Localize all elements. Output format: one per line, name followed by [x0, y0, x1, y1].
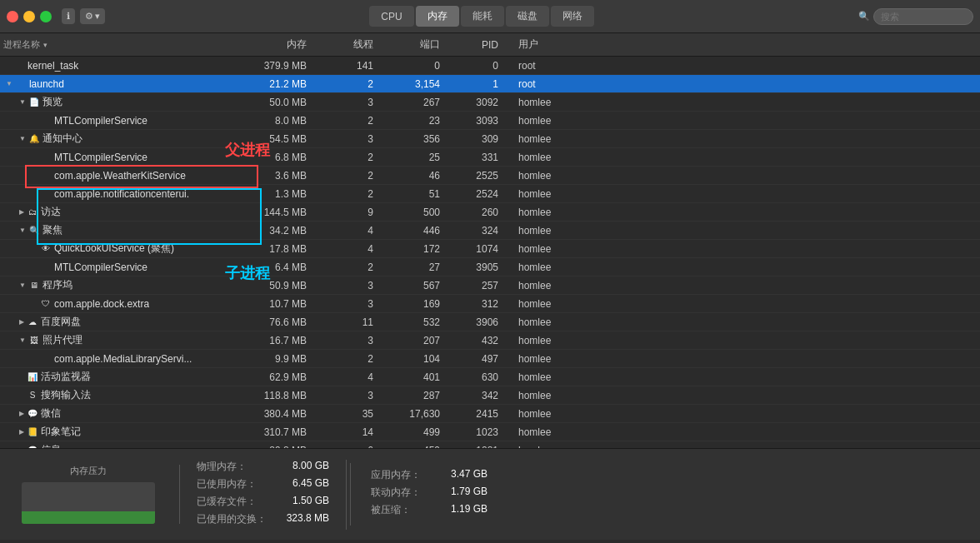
process-thread: 4 — [320, 371, 387, 383]
info-button[interactable]: ℹ — [62, 8, 75, 24]
app-mem-row: 应用内存： 3.47 GB — [371, 468, 488, 482]
swap-used-label: 已使用的交换： — [197, 512, 267, 526]
physical-mem-val: 8.00 GB — [292, 460, 329, 474]
expand-arrow[interactable]: ▶ — [19, 318, 24, 326]
expand-arrow[interactable]: ▶ — [19, 446, 24, 448]
process-thread: 2 — [320, 115, 387, 127]
table-row[interactable]: ▼ 🖼 照片代理 16.7 MB 3 207 432 homlee — [0, 331, 980, 350]
expand-arrow[interactable]: ▼ — [19, 281, 26, 289]
tab-mem[interactable]: 内存 — [416, 6, 459, 27]
expand-arrow[interactable]: ▶ — [19, 410, 24, 417]
process-name: ▶ com.apple.WeatherKitService — [3, 170, 237, 182]
process-pid: 1081 — [453, 445, 512, 449]
tab-energy[interactable]: 能耗 — [461, 6, 504, 27]
table-row[interactable]: ▶ MTLCompilerService 8.0 MB 2 23 3093 ho… — [0, 112, 980, 130]
process-label: QuickLookUIService (聚焦) — [54, 242, 174, 256]
tab-disk[interactable]: 磁盘 — [506, 6, 549, 27]
process-icon: 💬 — [27, 445, 38, 449]
process-thread: 3 — [320, 335, 387, 346]
process-mem: 8.0 MB — [237, 115, 320, 127]
process-name: ▶ 🗂 访达 — [3, 205, 237, 219]
close-button[interactable] — [7, 11, 18, 22]
process-thread: 2 — [320, 353, 387, 365]
expand-arrow[interactable]: ▶ — [19, 428, 24, 436]
table-row[interactable]: ▶ 👁 QuickLookUIService (聚焦) 17.8 MB 4 17… — [0, 240, 980, 258]
process-name: ▶ 📊 活动监视器 — [3, 370, 237, 384]
process-label: 预览 — [42, 95, 62, 109]
table-row[interactable]: ▶ com.apple.notificationcenterui. 1.3 MB… — [0, 185, 980, 203]
process-name: ▶ com.apple.notificationcenterui. — [3, 188, 237, 200]
col-header-mem[interactable]: 内存 — [237, 37, 320, 52]
process-name: ▼ 🖥 程序坞 — [3, 278, 237, 292]
table-row[interactable]: ▶ 💬 信息 89.8 MB 6 459 1081 homlee — [0, 441, 980, 448]
expand-arrow[interactable]: ▼ — [19, 227, 26, 234]
process-mem: 380.4 MB — [237, 408, 320, 420]
process-pid: 2525 — [453, 170, 512, 182]
table-row[interactable]: ▶ MTLCompilerService 6.4 MB 2 27 3905 ho… — [0, 258, 980, 276]
process-label: 微信 — [41, 406, 61, 421]
table-row[interactable]: ▼ 🔍 聚焦 34.2 MB 4 446 324 homlee — [0, 222, 980, 240]
window-controls: ℹ ⚙ ▾ — [7, 8, 105, 24]
minimize-button[interactable] — [23, 11, 35, 22]
col-header-user[interactable]: 用户 — [512, 37, 578, 52]
process-pid: 630 — [453, 371, 512, 383]
table-row[interactable]: ▶ com.apple.WeatherKitService 3.6 MB 2 4… — [0, 167, 980, 185]
table-row[interactable]: ▶ 🛡 com.apple.dock.extra 10.7 MB 3 169 3… — [0, 295, 980, 313]
process-mem: 144.5 MB — [237, 207, 320, 218]
expand-arrow[interactable]: ▼ — [19, 135, 26, 142]
process-user: homlee — [512, 262, 578, 273]
table-row[interactable]: ▶ ☁ 百度网盘 76.6 MB 11 532 3906 homlee — [0, 313, 980, 331]
process-user: homlee — [512, 225, 578, 237]
process-port: 499 — [387, 426, 453, 438]
table-row[interactable]: ▶ S 搜狗输入法 118.8 MB 3 287 342 homlee — [0, 386, 980, 405]
process-name: ▶ 💬 微信 — [3, 406, 237, 421]
used-mem-val: 6.45 GB — [292, 477, 329, 491]
process-label: 活动监视器 — [41, 370, 91, 384]
col-header-pid[interactable]: PID — [453, 39, 512, 51]
process-name: ▼ 🔔 通知中心 — [3, 132, 237, 146]
process-thread: 3 — [320, 133, 387, 145]
table-row[interactable]: ▶ 📊 活动监视器 62.9 MB 4 401 630 homlee — [0, 368, 980, 386]
table-row[interactable]: ▶ 🗂 访达 144.5 MB 9 500 260 homlee — [0, 203, 980, 222]
process-icon: 🗂 — [27, 207, 38, 218]
maximize-button[interactable] — [40, 11, 52, 22]
col-header-port[interactable]: 端口 — [387, 37, 453, 52]
physical-mem-label: 物理内存： — [197, 460, 247, 474]
table-row[interactable]: ▶ com.apple.MediaLibraryServi... 9.9 MB … — [0, 350, 980, 368]
table-row[interactable]: ▶ kernel_task 379.9 MB 141 0 0 root — [0, 57, 980, 75]
process-label: 访达 — [41, 205, 61, 219]
process-label: com.apple.WeatherKitService — [54, 170, 186, 182]
process-pid: 0 — [453, 60, 512, 72]
expand-arrow[interactable]: ▶ — [19, 208, 24, 216]
expand-arrow[interactable]: ▼ — [19, 98, 26, 106]
used-mem-row: 已使用内存： 6.45 GB — [197, 477, 329, 491]
cached-files-label: 已缓存文件： — [197, 495, 257, 509]
process-mem: 62.9 MB — [237, 371, 320, 383]
col-header-name[interactable]: 进程名称 ▾ — [3, 38, 237, 51]
table-row[interactable]: ▶ 📒 印象笔记 310.7 MB 14 499 1023 homlee — [0, 423, 980, 441]
process-name: ▶ 👁 QuickLookUIService (聚焦) — [3, 242, 237, 256]
process-thread: 3 — [320, 280, 387, 291]
process-pid: 324 — [453, 225, 512, 237]
table-row[interactable]: ▶ 💬 微信 380.4 MB 35 17,630 2415 homlee — [0, 405, 980, 423]
mem-info-secondary: 应用内存： 3.47 GB 联动内存： 1.79 GB 被压缩： 1.19 GB — [354, 468, 504, 521]
settings-button[interactable]: ⚙ ▾ — [80, 8, 105, 24]
table-row[interactable]: ▼ launchd 21.2 MB 2 3,154 1 root — [0, 75, 980, 93]
col-header-thread[interactable]: 线程 — [320, 37, 387, 52]
process-mem: 9.9 MB — [237, 353, 320, 365]
table-row[interactable]: ▶ MTLCompilerService 6.8 MB 2 25 331 hom… — [0, 148, 980, 167]
table-row[interactable]: ▼ 🔔 通知中心 54.5 MB 3 356 309 homlee — [0, 130, 980, 148]
expand-arrow[interactable]: ▼ — [19, 336, 26, 344]
table-row[interactable]: ▼ 📄 预览 50.0 MB 3 267 3092 homlee — [0, 93, 980, 112]
expand-arrow[interactable]: ▼ — [6, 80, 12, 87]
search-input[interactable] — [873, 8, 973, 25]
process-name: ▶ 💬 信息 — [3, 443, 237, 448]
process-mem: 16.7 MB — [237, 335, 320, 346]
tab-cpu[interactable]: CPU — [369, 6, 413, 27]
process-mem: 17.8 MB — [237, 243, 320, 255]
tab-net[interactable]: 网络 — [551, 6, 594, 27]
process-port: 27 — [387, 262, 453, 273]
table-row[interactable]: ▼ 🖥 程序坞 50.9 MB 3 567 257 homlee — [0, 276, 980, 295]
mem-info-primary: 物理内存： 8.00 GB 已使用内存： 6.45 GB 已缓存文件： 1.50… — [180, 460, 347, 530]
process-port: 51 — [387, 188, 453, 200]
